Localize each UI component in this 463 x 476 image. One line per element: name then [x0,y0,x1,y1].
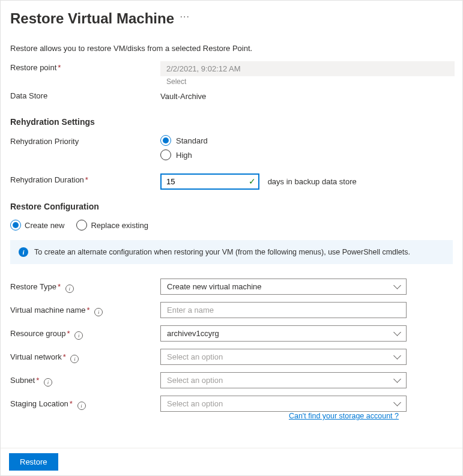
intro-text: Restore allows you to restore VM/disks f… [10,44,453,53]
rehydration-priority-high-radio[interactable]: High [160,149,453,160]
info-icon: i [19,247,28,257]
rehydration-priority-standard-radio[interactable]: Standard [160,135,453,146]
data-store-value: Vault-Archive [160,89,453,103]
virtual-network-select[interactable]: Select an option [160,349,407,365]
rehydration-duration-input[interactable] [160,173,259,190]
page-title: Restore Virtual Machine [10,10,174,27]
vm-name-input[interactable] [160,302,407,318]
radio-unchecked-icon [160,149,171,160]
rehydration-priority-label: Rehydration Priority [10,135,160,146]
subnet-select[interactable]: Select an option [160,372,407,388]
rehydration-duration-suffix: days in backup data store [268,177,357,186]
data-store-label: Data Store [10,89,160,100]
staging-location-select[interactable]: Select an option [160,396,407,412]
info-banner: i To create an alternate configuration w… [10,240,453,264]
restore-point-select-link[interactable]: Select [160,76,455,86]
radio-checked-icon [160,135,171,146]
restore-point-label: Restore point* [10,61,160,72]
more-actions-button[interactable]: ··· [180,11,190,22]
info-icon[interactable]: i [44,378,52,387]
checkmark-icon: ✓ [249,176,256,186]
info-icon[interactable]: i [70,355,79,363]
rehydration-heading: Rehydration Settings [10,117,453,127]
storage-account-help-link[interactable]: Can't find your storage account ? [289,412,399,420]
restore-button[interactable]: Restore [9,453,58,471]
rehydration-duration-label: Rehydration Duration* [10,173,160,184]
radio-checked-icon [10,220,21,230]
restore-point-value: 2/2/2021, 9:02:12 AM [160,61,455,76]
vm-name-label: Virtual machine name* i [10,304,160,316]
create-new-radio[interactable]: Create new [10,220,64,230]
restore-type-select[interactable]: Create new virtual machine [160,279,407,295]
radio-unchecked-icon [76,220,87,230]
virtual-network-label: Virtual network* i [10,351,160,363]
info-icon[interactable]: i [77,402,86,410]
replace-existing-radio[interactable]: Replace existing [76,220,148,230]
info-icon[interactable]: i [65,285,74,293]
info-icon[interactable]: i [74,331,83,340]
restore-config-heading: Restore Configuration [10,202,453,211]
info-icon[interactable]: i [94,308,103,316]
resource-group-select[interactable]: archivev1ccyrg [160,325,407,342]
restore-type-label: Restore Type* i [10,281,160,293]
resource-group-label: Resource group* i [10,328,160,340]
staging-location-label: Staging Location* i [10,398,160,410]
subnet-label: Subnet* i [10,375,160,387]
